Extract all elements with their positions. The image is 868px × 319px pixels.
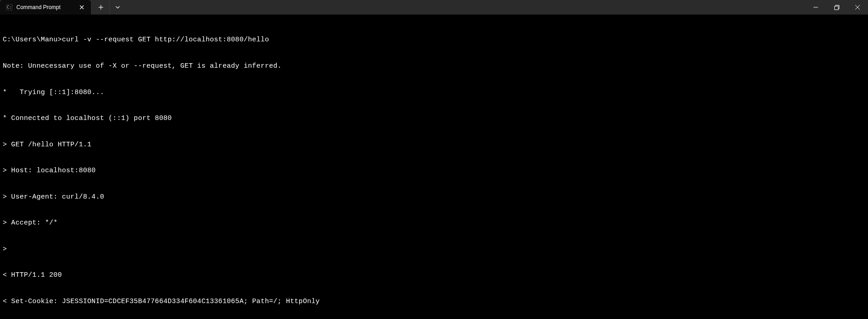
svg-rect-7: [834, 6, 838, 10]
terminal-content[interactable]: C:\Users\Manu>curl -v --request GET http…: [0, 15, 868, 319]
new-tab-button[interactable]: [93, 0, 109, 15]
cmd-icon: C:\: [5, 4, 13, 11]
terminal-line: >: [3, 245, 865, 254]
window-controls: [805, 0, 868, 15]
terminal-line: < Set-Cookie: JSESSIONID=CDCEF35B477664D…: [3, 297, 865, 306]
tab-title: Command Prompt: [16, 4, 75, 10]
terminal-line: * Trying [::1]:8080...: [3, 88, 865, 97]
terminal-line: * Connected to localhost (::1) port 8080: [3, 114, 865, 123]
minimize-button[interactable]: [805, 0, 826, 15]
title-bar: C:\ Command Prompt: [0, 0, 868, 15]
close-button[interactable]: [847, 0, 868, 15]
maximize-button[interactable]: [826, 0, 847, 15]
terminal-line: > GET /hello HTTP/1.1: [3, 140, 865, 149]
terminal-line: > Host: localhost:8080: [3, 166, 865, 175]
terminal-line: C:\Users\Manu>curl -v --request GET http…: [3, 35, 865, 44]
terminal-line: > User-Agent: curl/8.4.0: [3, 193, 865, 201]
terminal-line: < HTTP/1.1 200: [3, 271, 865, 279]
tab-actions: [91, 0, 127, 15]
terminal-line: > Accept: */*: [3, 219, 865, 227]
terminal-line: Note: Unnecessary use of -X or --request…: [3, 62, 865, 70]
tab-active[interactable]: C:\ Command Prompt: [0, 0, 91, 15]
tabs-section: C:\ Command Prompt: [0, 0, 127, 15]
tab-dropdown-button[interactable]: [109, 0, 125, 15]
tab-close-button[interactable]: [78, 4, 85, 11]
svg-text:C:\: C:\: [7, 5, 12, 10]
